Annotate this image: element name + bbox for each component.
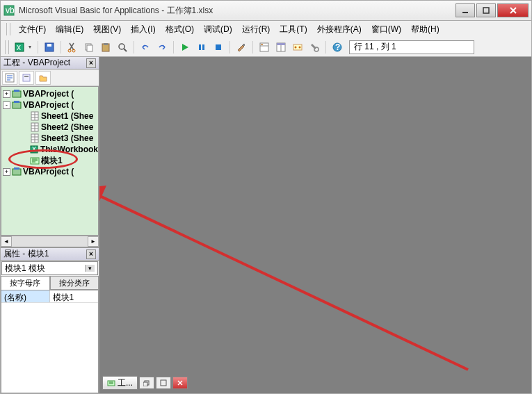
mdi-taskbar: 工... (102, 375, 188, 391)
expand-icon[interactable]: + (3, 90, 10, 98)
properties-panel-header: 属性 - 模块1 × (1, 248, 99, 261)
menu-run[interactable]: 运行(R) (238, 22, 275, 37)
properties-object-selector[interactable]: 模块1 模块 ▾ (1, 261, 98, 275)
svg-rect-24 (261, 44, 263, 45)
tree-item[interactable]: Sheet2 (Shee (1, 122, 98, 133)
svg-rect-18 (199, 44, 201, 50)
svg-rect-27 (277, 43, 285, 45)
menu-help[interactable]: 帮助(H) (407, 22, 444, 37)
menu-window[interactable]: 窗口(W) (367, 22, 405, 37)
property-value[interactable]: 模块1 (50, 290, 99, 302)
menu-insert[interactable]: 插入(I) (127, 22, 159, 37)
vba-icon (12, 167, 22, 177)
minimize-button[interactable] (456, 3, 475, 17)
sheet-icon (30, 122, 40, 132)
undo-icon[interactable] (138, 40, 153, 55)
object-browser-icon[interactable] (290, 40, 305, 55)
svg-point-16 (119, 44, 124, 49)
menu-debug[interactable]: 调试(D) (200, 22, 236, 37)
menu-tools[interactable]: 工具(T) (275, 22, 311, 37)
annotation-arrow (99, 57, 531, 394)
project-panel-header: 工程 - VBAProject × (1, 57, 99, 69)
svg-rect-38 (23, 74, 30, 81)
toggle-folders-icon[interactable] (35, 71, 51, 85)
view-object-icon[interactable] (19, 71, 34, 85)
tree-label: 模块1 (41, 155, 63, 167)
reset-icon[interactable] (211, 40, 226, 55)
svg-rect-39 (24, 76, 29, 77)
menu-format[interactable]: 格式(O) (161, 22, 198, 37)
expand-icon[interactable]: - (3, 101, 10, 109)
tree-item[interactable]: -VBAProject ( (1, 99, 98, 110)
dropdown-icon[interactable]: ▾ (85, 265, 95, 272)
properties-panel-title: 属性 - 模块1 (3, 248, 86, 260)
tree-label: ThisWorkbook (40, 145, 98, 154)
redo-icon[interactable] (154, 40, 170, 55)
dropdown-icon[interactable]: ▾ (29, 44, 34, 50)
close-button[interactable] (497, 3, 529, 17)
window-titlebar: vb Microsoft Visual Basic for Applicatio… (0, 0, 532, 21)
copy-icon[interactable] (81, 40, 97, 55)
tree-item[interactable]: 模块1 (1, 155, 98, 166)
paste-icon[interactable] (98, 40, 113, 55)
tree-item[interactable]: xThisWorkbook (1, 144, 98, 155)
project-tree[interactable]: +VBAProject (-VBAProject (Sheet1 (SheeSh… (1, 86, 99, 236)
mdi-restore-icon[interactable] (139, 377, 154, 389)
menu-edit[interactable]: 编辑(E) (51, 22, 88, 37)
toolbar-grip[interactable] (5, 40, 9, 54)
property-name: (名称) (1, 290, 50, 302)
svg-rect-9 (47, 44, 51, 47)
menu-addins[interactable]: 外接程序(A) (313, 22, 366, 37)
mdi-maximize-icon[interactable] (156, 377, 171, 389)
toolbox-icon[interactable] (307, 40, 322, 55)
design-mode-icon[interactable] (234, 40, 249, 55)
toolbar: x ▾ ? 行 11 , 列 1 (0, 38, 532, 57)
project-panel-title: 工程 - VBAProject (3, 57, 86, 69)
tree-label: Sheet1 (Shee (41, 111, 93, 121)
tab-categorized[interactable]: 按分类序 (50, 276, 99, 290)
tab-alphabetic[interactable]: 按字母序 (1, 276, 50, 290)
expand-icon[interactable]: + (3, 168, 10, 176)
mdi-close-icon[interactable] (172, 377, 188, 389)
properties-panel-close-icon[interactable]: × (86, 249, 96, 259)
vba-icon (12, 100, 22, 110)
maximize-button[interactable] (476, 3, 496, 17)
tree-label: Sheet3 (Shee (41, 133, 93, 143)
svg-rect-40 (13, 91, 21, 97)
sheet-icon (30, 133, 40, 143)
svg-marker-65 (99, 186, 106, 204)
app-icon: vb (3, 5, 15, 16)
mdi-window-tab[interactable]: 工... (102, 376, 138, 390)
run-icon[interactable] (177, 40, 193, 55)
menubar-grip[interactable] (6, 23, 10, 35)
svg-rect-42 (13, 102, 21, 108)
project-panel-close-icon[interactable]: × (86, 58, 96, 68)
scroll-left-icon[interactable]: ◄ (1, 236, 12, 247)
tree-item[interactable]: +VBAProject ( (1, 88, 98, 99)
vba-icon (12, 89, 22, 99)
help-icon[interactable]: ? (330, 40, 345, 55)
svg-rect-20 (216, 44, 221, 50)
scroll-right-icon[interactable]: ► (88, 236, 99, 247)
svg-text:vb: vb (6, 6, 15, 15)
menubar: 文件(F) 编辑(E) 视图(V) 插入(I) 格式(O) 调试(D) 运行(R… (0, 21, 532, 38)
svg-text:x: x (32, 145, 36, 154)
view-code-icon[interactable] (2, 71, 17, 85)
menu-view[interactable]: 视图(V) (89, 22, 125, 37)
properties-object-name: 模块1 模块 (5, 263, 85, 274)
menu-file[interactable]: 文件(F) (15, 22, 50, 37)
break-icon[interactable] (194, 40, 209, 55)
tree-item[interactable]: Sheet3 (Shee (1, 133, 98, 144)
save-icon[interactable] (42, 40, 57, 55)
project-hscrollbar[interactable]: ◄ ► (1, 236, 99, 247)
svg-line-17 (124, 49, 127, 51)
properties-window-icon[interactable] (273, 40, 289, 55)
tree-item[interactable]: +VBAProject ( (1, 166, 98, 177)
properties-grid[interactable]: (名称) 模块1 (1, 290, 99, 393)
tree-item[interactable]: Sheet1 (Shee (1, 110, 98, 122)
cut-icon[interactable] (65, 40, 80, 55)
view-excel-icon[interactable]: x (12, 40, 27, 55)
project-explorer-icon[interactable] (257, 40, 272, 55)
find-icon[interactable] (115, 40, 130, 55)
svg-rect-43 (14, 101, 19, 103)
